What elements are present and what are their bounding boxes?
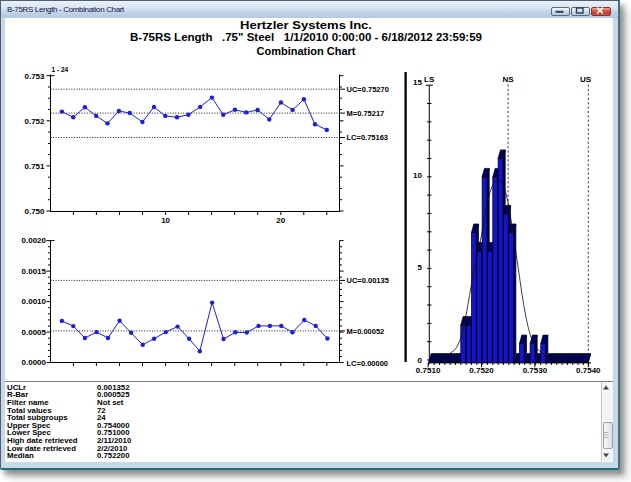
svg-text:M=0.00052: M=0.00052 bbox=[347, 327, 385, 336]
svg-text:0.7540: 0.7540 bbox=[576, 366, 601, 375]
svg-text:UC=0.00135: UC=0.00135 bbox=[347, 276, 389, 285]
svg-text:0.752: 0.752 bbox=[24, 117, 45, 126]
svg-text:LC=0.75163: LC=0.75163 bbox=[347, 133, 389, 142]
svg-text:0.751: 0.751 bbox=[24, 162, 45, 171]
svg-text:UC=0.75270: UC=0.75270 bbox=[347, 85, 389, 94]
svg-text:0.7530: 0.7530 bbox=[523, 366, 548, 375]
svg-text:Median: Median bbox=[7, 451, 34, 460]
svg-text:NS: NS bbox=[503, 75, 515, 84]
svg-text:LC=0.00000: LC=0.00000 bbox=[347, 359, 389, 368]
svg-text:US: US bbox=[580, 75, 592, 84]
svg-text:5: 5 bbox=[418, 263, 423, 272]
svg-text:0.750: 0.750 bbox=[24, 207, 45, 216]
svg-text:0.7510: 0.7510 bbox=[416, 366, 441, 375]
svg-text:LS: LS bbox=[424, 75, 435, 84]
svg-text:0.0020: 0.0020 bbox=[22, 236, 47, 245]
svg-text:B-75RS Length .75" Steel 1: B-75RS Length .75" Steel 1/1/2010 0:00:0… bbox=[130, 31, 482, 43]
svg-text:M=0.75217: M=0.75217 bbox=[347, 109, 385, 118]
svg-text:20: 20 bbox=[276, 216, 285, 225]
svg-text:0.0015: 0.0015 bbox=[22, 267, 47, 276]
svg-text:0.752200: 0.752200 bbox=[97, 451, 130, 460]
svg-text:0.753: 0.753 bbox=[24, 72, 45, 81]
svg-text:0.0005: 0.0005 bbox=[22, 328, 47, 337]
svg-text:15: 15 bbox=[413, 78, 422, 87]
svg-text:10: 10 bbox=[413, 171, 422, 180]
svg-text:Combination Chart: Combination Chart bbox=[257, 45, 356, 57]
svg-text:10: 10 bbox=[161, 216, 170, 225]
svg-text:0: 0 bbox=[418, 356, 423, 365]
svg-text:1 - 24: 1 - 24 bbox=[52, 66, 69, 73]
svg-text:0.0000: 0.0000 bbox=[22, 358, 47, 367]
svg-text:0.7520: 0.7520 bbox=[469, 366, 494, 375]
svg-text:Hertzler Systems Inc.: Hertzler Systems Inc. bbox=[240, 19, 372, 31]
svg-text:0.0010: 0.0010 bbox=[22, 297, 47, 306]
